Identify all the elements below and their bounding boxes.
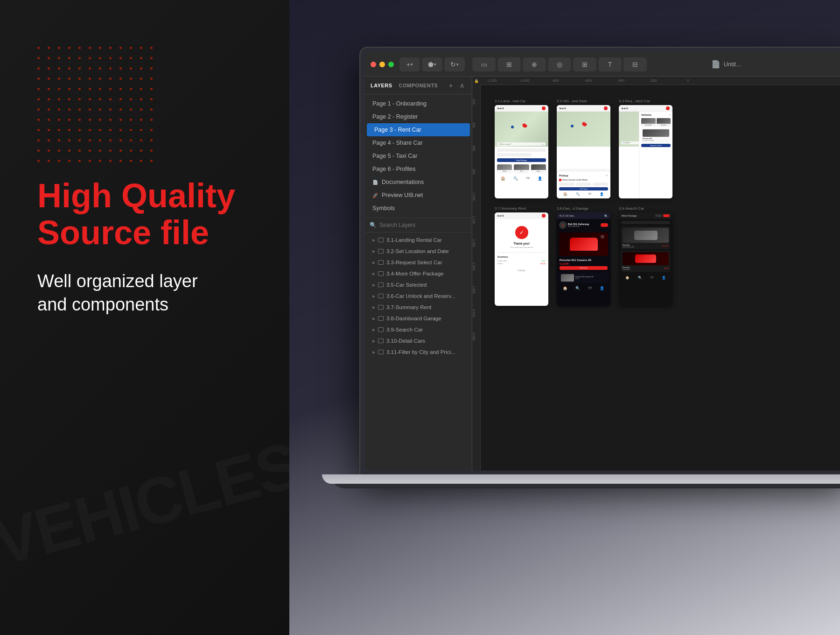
- background-left: for(let i=0;i<144;i++) document.write('<…: [0, 0, 289, 635]
- layer-label: 3.9-Search Car: [386, 327, 423, 332]
- close-button[interactable]: [371, 62, 376, 67]
- layer-item-3-10[interactable]: ▶ 3.10-Detail Cars: [365, 335, 472, 346]
- rotate-tool-button[interactable]: ↻ ▾: [444, 57, 465, 71]
- layer-arrow: ▶: [372, 294, 375, 298]
- dot: [58, 78, 60, 80]
- dot: [78, 47, 81, 49]
- layer-item-3-7[interactable]: ▶ 3.7-Summary Rent: [365, 302, 472, 313]
- dot: [48, 88, 50, 90]
- page-label: Page 6 - Profiles: [372, 166, 415, 172]
- mask-tool-button[interactable]: ⊕: [523, 57, 546, 71]
- page-item-rent-car[interactable]: Page 3 - Rent Car: [367, 123, 470, 136]
- dot: [119, 78, 122, 80]
- layer-item-3-1[interactable]: ▶ 3.1-Landing Rental Car: [365, 234, 472, 246]
- dot: [68, 139, 70, 141]
- artboard-3-1[interactable]: 3.1-Land...ntal Car belt: [495, 99, 548, 198]
- page-item-docs[interactable]: 📄 Documentations: [365, 176, 472, 189]
- panel-header-actions: + ∧: [447, 81, 466, 90]
- pickup-modal: Pickup ✕ Plaza Garuda Culde Media: [557, 171, 610, 198]
- artboard-label-3-1: 3.1-Land...ntal Car: [495, 99, 548, 103]
- frame-icon: [378, 350, 384, 354]
- dot: [150, 98, 153, 100]
- dot: [37, 98, 40, 100]
- minimize-button[interactable]: [379, 62, 385, 67]
- layer-arrow: ▶: [372, 261, 375, 265]
- dot: [119, 67, 122, 70]
- page-label: Documentations: [382, 179, 424, 185]
- dot: [37, 88, 40, 90]
- ruler-mark: -1.000: [519, 78, 530, 83]
- dot: [37, 119, 40, 121]
- user-row: b Belt 334, Kaliurang Rent with Driver: [557, 219, 610, 231]
- page-item-onboarding[interactable]: Page 1 - Onboarding: [365, 97, 472, 110]
- dot: [130, 67, 132, 70]
- layer-item-3-11[interactable]: ▶ 3.11-Filter by City and Prici...: [365, 346, 472, 358]
- dot: [68, 67, 70, 70]
- dot: [58, 119, 60, 121]
- page-item-register[interactable]: Page 2 - Register: [365, 110, 472, 123]
- component-tool-button[interactable]: ⊞: [497, 57, 521, 71]
- add-layer-button[interactable]: +: [447, 81, 455, 90]
- dot: [89, 67, 91, 70]
- tab-layers[interactable]: LAYERS: [371, 83, 392, 88]
- dot: [99, 129, 101, 131]
- layer-item-3-4[interactable]: ▶ 3.4-More Offer Package: [365, 268, 472, 279]
- thank-you-content: ✓ Thank you! Your order has been placed …: [495, 219, 548, 272]
- layer-item-3-3[interactable]: ▶ 3.3-Request Select Car: [365, 257, 472, 268]
- bg-decoration-text: VEHICLES: [0, 427, 307, 580]
- export-tool-button[interactable]: ⊟: [623, 57, 647, 71]
- page-label: Page 2 - Register: [372, 113, 418, 120]
- layer-item-3-6[interactable]: ▶ 3.6-Car Unlock and Reserv...: [365, 290, 472, 302]
- page-item-preview[interactable]: 🚀 Preview UI8.net: [365, 189, 472, 202]
- add-tool-button[interactable]: + ▾: [399, 57, 420, 71]
- map-area: Where we go? ✕: [495, 112, 548, 147]
- dot: [130, 119, 132, 121]
- text-tool-button[interactable]: T: [598, 57, 622, 71]
- dot: [119, 139, 122, 141]
- car-list-item[interactable]: Porsche Panamera $9,99: [621, 251, 670, 272]
- tab-components[interactable]: COMPONENTS: [399, 83, 438, 88]
- app-content: LAYERS COMPONENTS + ∧ Page 1 - Onboardin…: [365, 77, 840, 471]
- artboard-frame-3-7: belt ✓ Thank you! Your order has been: [495, 212, 548, 306]
- maximize-button[interactable]: [388, 62, 394, 67]
- artboard-frame-3-1: belt Where we go? ✕: [495, 105, 548, 198]
- car-list-item[interactable]: Porsche 911 Camera 4S $12,000: [621, 226, 670, 249]
- car-list-area: Porsche 911 Camera 4S $12,000: [619, 225, 672, 275]
- play-icon: [542, 106, 546, 110]
- bottom-nav-search: 🏠 🔍 🗺 👤: [619, 275, 672, 281]
- frame-tool-button[interactable]: ▭: [472, 57, 496, 71]
- layer-arrow: ▶: [372, 328, 375, 332]
- search-input[interactable]: [379, 222, 467, 228]
- artboard-3-8[interactable]: 3.8-Das...d Garage B) 15 100 Date... 🔍 b: [557, 206, 610, 306]
- layer-item-3-8[interactable]: ▶ 3.8-Dashboard Garage: [365, 313, 472, 324]
- artboard-frame-3-2: belt: [557, 105, 610, 198]
- layer-item-3-5[interactable]: ▶ 3.5-Car Selected: [365, 279, 472, 290]
- dot: [37, 78, 40, 80]
- proto-tool-button[interactable]: ◎: [548, 57, 571, 71]
- page-item-share-car[interactable]: Page 4 - Share Car: [365, 136, 472, 149]
- canvas-area: 3.1-Land...ntal Car belt: [481, 85, 840, 471]
- artboard-3-2[interactable]: 3.2-Set...and Date belt: [557, 99, 610, 198]
- layer-arrow: ▶: [372, 272, 375, 276]
- vehicles-panel: Vehicles ✕ Recomi95: [639, 112, 672, 198]
- layer-item-3-2[interactable]: ▶ 3.2-Set Location and Date: [365, 246, 472, 257]
- artboard-3-7[interactable]: 3.7-Summary Rent belt ✓: [495, 206, 548, 306]
- insert-tool-button[interactable]: ⬟ ▾: [422, 57, 442, 71]
- dot: [37, 47, 40, 49]
- collapse-panel-button[interactable]: ∧: [458, 81, 466, 90]
- page-item-profiles[interactable]: Page 6 - Profiles: [365, 162, 472, 176]
- artboard-3-3[interactable]: 3.3-Req...elect Car belt 🔍 Search: [619, 99, 672, 198]
- artboard-label-3-8: 3.8-Das...d Garage: [557, 206, 610, 211]
- find-pickup-btn[interactable]: Find Pickup: [497, 158, 546, 162]
- page-item-taxi-car[interactable]: Page 5 - Taxi Car: [365, 149, 472, 162]
- dot: [37, 149, 40, 152]
- artboard-3-9[interactable]: 3.9-Search Car More Package: [619, 206, 672, 306]
- dot: [140, 67, 142, 70]
- layer-arrow: ▶: [372, 305, 375, 310]
- layer-item-3-9[interactable]: ▶ 3.9-Search Car: [365, 324, 472, 335]
- grid-tool-button[interactable]: ⊞: [573, 57, 596, 71]
- ruler-mark: 600: [472, 146, 476, 151]
- page-item-symbols[interactable]: Symbols: [365, 202, 472, 215]
- dot: [150, 67, 153, 70]
- dot: [109, 67, 112, 70]
